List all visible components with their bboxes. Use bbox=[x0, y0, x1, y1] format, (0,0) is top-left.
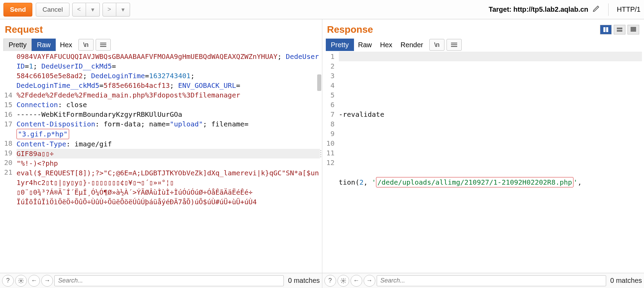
history-back-button[interactable]: < bbox=[72, 3, 86, 17]
target-label: Target: bbox=[489, 6, 513, 13]
newline-toggle[interactable]: \n bbox=[429, 39, 444, 51]
tab-raw[interactable]: Raw bbox=[354, 39, 376, 51]
tab-render[interactable]: Render bbox=[396, 39, 427, 51]
history-forward-menu[interactable]: ▾ bbox=[116, 3, 130, 17]
tab-hex[interactable]: Hex bbox=[56, 39, 76, 51]
response-pane: Response Pretty Raw Hex Render \n 123456… bbox=[322, 19, 644, 288]
help-icon[interactable]: ? bbox=[2, 275, 14, 287]
newline-toggle[interactable]: \n bbox=[78, 39, 94, 51]
search-prev-button[interactable]: ← bbox=[351, 275, 362, 287]
request-gutter: 14151617 18192021 bbox=[0, 51, 14, 273]
send-button[interactable]: Send bbox=[3, 3, 32, 17]
request-editor[interactable]: 14151617 18192021 0984VAYFAFUCUQQIAVJWBQ… bbox=[0, 51, 322, 273]
request-title: Request bbox=[5, 24, 43, 35]
response-match-count: 0 matches bbox=[610, 277, 642, 285]
svg-point-0 bbox=[20, 280, 22, 281]
hamburger-icon bbox=[100, 43, 106, 47]
settings-icon[interactable] bbox=[15, 275, 27, 287]
separator bbox=[608, 3, 609, 16]
search-prev-button[interactable]: ← bbox=[28, 275, 40, 287]
layout-buttons bbox=[600, 25, 639, 34]
edit-target-icon[interactable] bbox=[592, 5, 600, 14]
cancel-button[interactable]: Cancel bbox=[36, 3, 69, 17]
history-forward-button[interactable]: > bbox=[103, 3, 116, 17]
split-view: Request Pretty Raw Hex \n 14151617 18192… bbox=[0, 19, 644, 288]
response-code[interactable]: -revalidate tion(2, '/dede/uploads/allim… bbox=[337, 51, 644, 273]
response-gutter: 123456789101112 bbox=[322, 51, 337, 273]
hamburger-icon bbox=[451, 43, 457, 47]
request-code[interactable]: 0984VAYFAFUCUQQIAVJWBQsGBAAABAAFVFMOAA9g… bbox=[14, 51, 322, 273]
tab-pretty[interactable]: Pretty bbox=[3, 39, 32, 51]
response-searchbar: ? ← → 0 matches bbox=[322, 273, 644, 288]
request-match-count: 0 matches bbox=[288, 277, 320, 285]
history-back-menu[interactable]: ▾ bbox=[86, 3, 100, 17]
help-icon[interactable]: ? bbox=[324, 275, 336, 287]
settings-icon[interactable] bbox=[337, 275, 349, 287]
tab-pretty[interactable]: Pretty bbox=[326, 39, 354, 51]
request-pane: Request Pretty Raw Hex \n 14151617 18192… bbox=[0, 19, 322, 288]
target-display: Target: http://tp5.lab2.aqlab.cn HTTP/1 bbox=[489, 3, 641, 16]
response-title: Response bbox=[327, 24, 373, 35]
request-search-input[interactable] bbox=[54, 275, 284, 286]
response-editor[interactable]: 123456789101112 -revalidate tion(2, '/de… bbox=[322, 51, 644, 273]
layout-columns-button[interactable] bbox=[600, 25, 612, 34]
actions-menu-button[interactable] bbox=[96, 39, 111, 51]
search-next-button[interactable]: → bbox=[364, 275, 375, 287]
svg-point-1 bbox=[342, 280, 344, 281]
top-toolbar: Send Cancel < ▾ > ▾ Target: http://tp5.l… bbox=[0, 0, 644, 19]
request-searchbar: ? ← → 0 matches bbox=[0, 273, 322, 288]
target-url: http://tp5.lab2.aqlab.cn bbox=[513, 6, 588, 13]
response-search-input[interactable] bbox=[377, 275, 606, 286]
response-tabs: Pretty Raw Hex Render \n bbox=[322, 37, 644, 51]
layout-single-button[interactable] bbox=[627, 25, 639, 34]
pane-resize-handle[interactable] bbox=[320, 150, 321, 157]
tab-raw[interactable]: Raw bbox=[32, 39, 56, 51]
actions-menu-button[interactable] bbox=[447, 39, 462, 51]
protocol-label: HTTP/1 bbox=[617, 6, 641, 13]
history-back-group: < ▾ bbox=[72, 3, 100, 17]
scrollbar-thumb[interactable] bbox=[317, 74, 321, 91]
history-forward-group: > ▾ bbox=[103, 3, 130, 17]
tab-hex[interactable]: Hex bbox=[376, 39, 397, 51]
search-next-button[interactable]: → bbox=[41, 275, 53, 287]
layout-rows-button[interactable] bbox=[614, 25, 625, 34]
request-tabs: Pretty Raw Hex \n bbox=[0, 37, 322, 51]
